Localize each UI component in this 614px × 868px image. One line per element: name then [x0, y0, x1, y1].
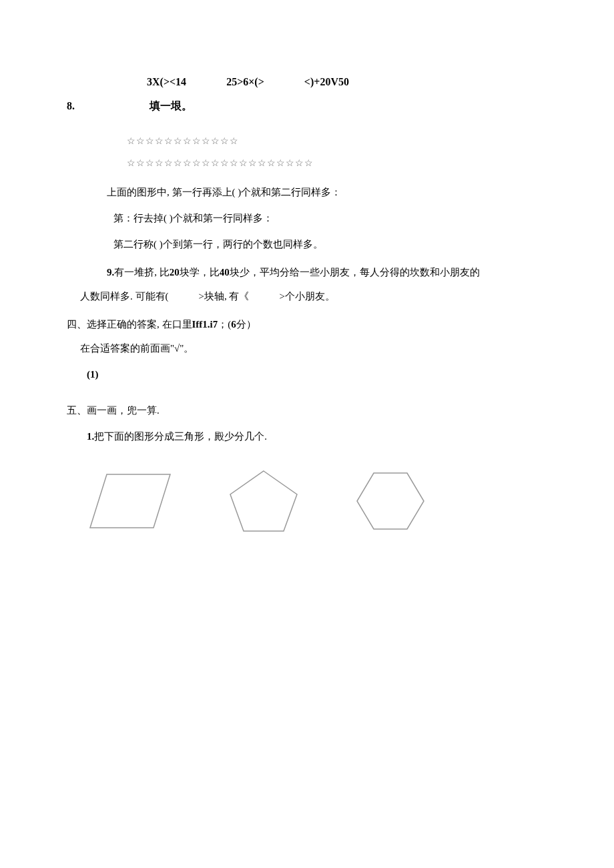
pentagon-shape: [227, 468, 300, 534]
shapes-row: [67, 468, 547, 534]
q9-line2: 人数同样多. 可能有( >块轴, 有《 >个小朋友。: [67, 288, 547, 304]
s4-t1: 四、选择正确的答案, 在口里: [67, 319, 192, 330]
q9-b1: 20: [170, 267, 180, 278]
question-9: 9.有一堆挤, 比20块学，比40块少，平均分给一些小朋友，每人分得的坎数和小朋…: [67, 264, 547, 280]
s4-b1: Iff1.i7: [192, 319, 218, 330]
expr-3: <)+20V50: [304, 73, 349, 91]
s4-t3: 分）: [236, 319, 256, 330]
q8-line1: 上面的图形中, 第一行再添上( )个就和第二行同样多：: [67, 184, 547, 200]
stars-row-1: ☆☆☆☆☆☆☆☆☆☆☆☆: [67, 134, 547, 149]
s4-b2: 6: [231, 319, 236, 330]
section-4-sub: 在合适答案的前面画"√"。: [67, 340, 547, 356]
q9-t1: 有一堆挤, 比: [114, 267, 170, 278]
q8-number: 8.: [67, 97, 107, 115]
q8-line2: 第：行去掉( )个就和第一行同样多：: [67, 210, 547, 226]
expr-1: 3X(><14: [147, 73, 186, 91]
parallelogram-shape: [87, 471, 174, 531]
s4-t2: ；(: [218, 319, 231, 330]
expr-2: 25>6×(>: [226, 73, 264, 91]
expression-line: 3X(><14 25>6×(> <)+20V50: [67, 73, 547, 91]
stars-row-2: ☆☆☆☆☆☆☆☆☆☆☆☆☆☆☆☆☆☆☆☆: [67, 156, 547, 171]
hexagon-shape: [354, 468, 427, 534]
svg-marker-1: [230, 471, 297, 531]
q9-number: 9.: [107, 267, 114, 278]
question-8-row: 8. 填一垠。: [67, 97, 547, 115]
q9-t2: 块学，比: [180, 267, 220, 278]
section-5-q1: 1.把下面的图形分成三角形，殿少分几个.: [67, 428, 547, 444]
q9-b2: 40: [220, 267, 230, 278]
q8-title: 填一垠。: [109, 100, 192, 111]
section-4-heading: 四、选择正确的答案, 在口里Iff1.i7；(6分）: [67, 316, 547, 332]
section-5-heading: 五、画一画，兜一算.: [67, 402, 547, 418]
s5-q1-prefix: 1.: [87, 431, 94, 442]
svg-marker-0: [90, 474, 170, 528]
svg-marker-2: [357, 473, 424, 529]
q9-t3: 块少，平均分给一些小朋友，每人分得的坎数和小朋友的: [230, 267, 480, 278]
s5-q1-text: 把下面的图形分成三角形，殿少分几个.: [94, 431, 267, 442]
q8-line3: 第二行称( )个到第一行，两行的个数也同样多。: [67, 236, 547, 252]
section-4-item1: (1): [67, 366, 547, 382]
